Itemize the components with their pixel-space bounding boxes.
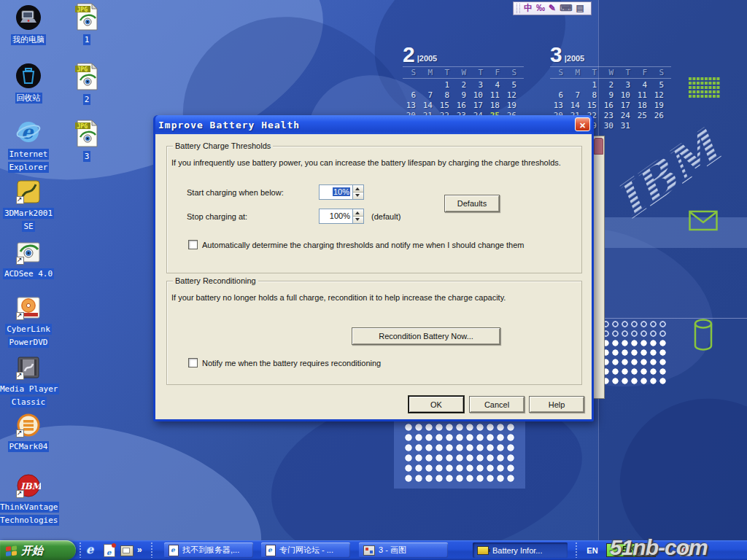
day-cell: 15 <box>436 101 453 111</box>
group-title: Battery Charge Thresholds <box>173 141 273 150</box>
stop-charging-value[interactable]: 100% <box>319 209 353 224</box>
desktop-icon-pcmark04[interactable]: PCMark04 <box>0 413 58 452</box>
shortcut-arrow-icon <box>16 429 24 438</box>
quicklaunch-ie-icon[interactable] <box>86 543 101 557</box>
day-cell: 16 <box>600 101 617 111</box>
group-battery-charge-thresholds: Battery Charge Thresholds If you infrequ… <box>166 146 582 273</box>
help-button[interactable]: Help <box>529 396 584 413</box>
task-button-battery-information[interactable]: Battery Infor... <box>473 542 568 558</box>
windows-flag-icon <box>5 545 18 556</box>
my-computer-icon <box>15 4 42 31</box>
close-icon[interactable] <box>575 117 590 131</box>
langbar-grip[interactable] <box>516 4 520 13</box>
ime-menu-icon[interactable] <box>576 2 584 15</box>
recondition-battery-button[interactable]: Recondition Battery Now... <box>352 327 500 345</box>
notify-recondition-checkbox[interactable] <box>188 358 198 368</box>
dialog-titlebar[interactable]: Improve Battery Health <box>155 115 592 134</box>
start-charging-value[interactable]: 10% <box>319 184 353 200</box>
icon-label: PCMark04 <box>8 441 50 452</box>
spin-down-icon[interactable] <box>353 217 363 223</box>
spin-up-icon[interactable] <box>353 209 363 217</box>
task-button-paint[interactable]: 3 - 画图 <box>359 542 448 558</box>
day-cell <box>567 80 584 90</box>
language-indicator[interactable]: EN <box>584 545 601 556</box>
ie-icon: e <box>15 119 42 145</box>
day-header: W <box>453 68 470 77</box>
day-cell: 8 <box>584 90 600 101</box>
day-cell: 12 <box>651 90 667 101</box>
calendar-year: |2005 <box>565 55 585 63</box>
ok-button[interactable]: OK <box>409 396 464 413</box>
ime-mode-icon[interactable] <box>536 2 545 15</box>
stop-charging-spinner[interactable]: 100% <box>319 209 364 224</box>
auto-threshold-checkbox[interactable] <box>188 240 198 249</box>
icon-label: 3DMark2001 SE <box>3 208 54 232</box>
day-cell <box>419 80 436 90</box>
day-cell: 6 <box>403 90 419 101</box>
desktop-file-jpg-2[interactable]: JPG 2 <box>70 63 104 105</box>
improve-battery-health-dialog: Improve Battery Health Battery Charge Th… <box>153 115 594 421</box>
quicklaunch-overflow-chevron[interactable]: » <box>137 544 142 556</box>
jpg-file-icon: JPG <box>75 3 98 31</box>
cancel-button[interactable]: Cancel <box>469 396 525 413</box>
spin-down-icon[interactable] <box>353 192 363 199</box>
task-button-forum[interactable]: 专门网论坛 - ... <box>261 542 350 558</box>
desktop-file-jpg-1[interactable]: JPG 1 <box>70 3 104 45</box>
day-cell: 5 <box>651 80 667 90</box>
day-header: W <box>600 68 617 77</box>
start-button[interactable]: 开始 <box>0 540 76 560</box>
day-cell: 12 <box>503 90 520 101</box>
ie-page-icon <box>266 545 276 556</box>
tray-notification-icon[interactable] <box>680 545 692 556</box>
calendar-day-headers: SMTWTFS <box>403 66 524 79</box>
day-cell: 7 <box>567 90 584 101</box>
ime-pen-icon[interactable] <box>549 2 556 15</box>
desktop-icon-internet-explorer[interactable]: e Internet Explorer <box>0 119 58 174</box>
halftone-dots-bottom <box>403 422 516 484</box>
day-cell: 13 <box>550 101 567 111</box>
ime-keyboard-icon[interactable] <box>560 2 572 15</box>
calendar-year: |2005 <box>417 55 438 63</box>
desktop-icon-powerdvd[interactable]: CyberLink PowerDVD <box>0 295 58 349</box>
day-header: T <box>617 68 634 77</box>
battery-meter[interactable]: 58% <box>606 543 656 557</box>
notify-recondition-label: Notify me when the battery requires reco… <box>202 359 381 368</box>
day-cell: 17 <box>617 101 634 111</box>
day-cell: 4 <box>487 80 503 90</box>
jpg-file-icon: JPG <box>75 63 98 90</box>
desktop-icon-acdsee[interactable]: ACDSee 4.0 <box>0 240 58 279</box>
desktop-icon-thinkvantage[interactable]: IBM ThinkVantage Technologies <box>0 473 58 526</box>
battery-icon <box>477 546 489 555</box>
quicklaunch-show-desktop-icon[interactable] <box>120 545 133 556</box>
desktop-icon-media-player-classic[interactable]: Media Player Classic <box>0 355 58 408</box>
day-cell: 1 <box>436 80 453 90</box>
desktop-file-jpg-3[interactable]: JPG 3 <box>70 120 104 162</box>
desktop-icon-my-computer[interactable]: 我的电脑 <box>0 4 58 45</box>
spin-up-icon[interactable] <box>353 185 363 192</box>
start-charging-spinner[interactable]: 10% <box>319 184 364 200</box>
grid-glyph-icon <box>689 77 721 99</box>
task-button-server-not-found[interactable]: 找不到服务器,... <box>164 542 253 558</box>
taskbar-separator <box>576 542 577 558</box>
desktop-icon-recycle-bin[interactable]: 回收站 <box>0 63 58 104</box>
file-label: 2 <box>83 94 91 105</box>
day-cell: 3 <box>470 80 487 90</box>
desktop-icon-3dmark2001[interactable]: 3DMark2001 SE <box>0 179 58 233</box>
day-header: T <box>470 68 487 77</box>
day-cell: 2 <box>600 80 617 90</box>
language-bar[interactable]: 中 <box>513 1 592 15</box>
day-cell: 14 <box>567 101 584 111</box>
dialog-title: Improve Battery Health <box>158 120 300 130</box>
day-cell: 2 <box>453 80 470 90</box>
day-cell: 17 <box>470 101 487 111</box>
day-cell: 11 <box>634 90 651 101</box>
group-description: If your battery no longer holds a full c… <box>171 293 506 302</box>
quicklaunch-browser-icon[interactable] <box>104 544 115 557</box>
day-header: S <box>550 68 567 77</box>
day-cell: 8 <box>436 90 453 101</box>
defaults-button[interactable]: Defaults <box>444 195 500 212</box>
day-cell: 26 <box>651 111 667 121</box>
day-cell: 18 <box>487 101 503 111</box>
icon-label: CyberLink PowerDVD <box>5 324 52 348</box>
ime-chinese-icon[interactable]: 中 <box>524 2 533 15</box>
